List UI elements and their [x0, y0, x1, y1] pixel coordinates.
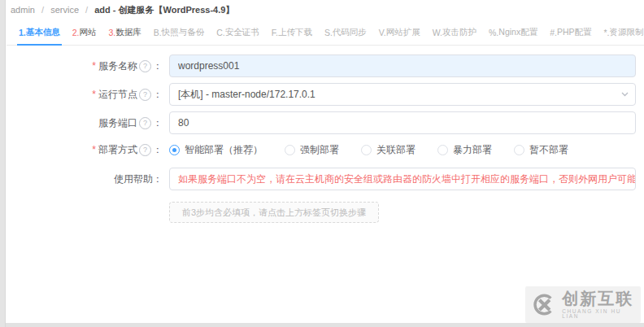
radio-no-deploy[interactable]: 暂不部署 — [514, 143, 568, 157]
form-row-run-node: * 运行节点 ? ： [本机] - master-node/172.17.0.1 — [7, 83, 636, 106]
step-tabbar: 1.基本信息 2.网站 3.数据库 B.快照与备份 C.安全证书 F.上传下载 … — [7, 20, 644, 46]
tab-label: 安全证书 — [225, 27, 259, 38]
service-port-label: 服务端口 ? ： — [7, 116, 169, 130]
tab-number: V. — [379, 28, 386, 37]
radio-label: 暂不部署 — [529, 143, 568, 157]
help-icon[interactable]: ? — [139, 144, 151, 156]
radio-label: 强制部署 — [300, 143, 339, 157]
tab-label: 攻击防护 — [442, 27, 476, 38]
left-gutter — [0, 0, 6, 327]
tab-number: #. — [550, 28, 557, 37]
required-mark: * — [92, 60, 96, 72]
usage-help-box: 如果服务端口不为空，请在云主机商的安全组或路由器的防火墙中打开相应的服务端口，否… — [169, 168, 636, 190]
tab-label: Nginx配置 — [498, 27, 537, 38]
service-port-input[interactable] — [169, 111, 636, 134]
tab-number: F. — [272, 28, 278, 37]
tab-number: 2. — [72, 28, 80, 37]
tab-basic-info[interactable]: 1.基本信息 — [17, 20, 62, 45]
radio-label: 关联部署 — [376, 143, 416, 157]
radio-label: 暴力部署 — [453, 143, 492, 157]
tab-number: *. — [604, 28, 610, 37]
form-row-service-name: * 服务名称 ? ： — [7, 54, 636, 77]
radio-dot-icon — [169, 145, 180, 155]
radio-dot-icon — [514, 145, 524, 155]
tab-site-extension[interactable]: V.网站扩展 — [377, 20, 422, 45]
tab-label: 资源限制 — [610, 27, 644, 38]
breadcrumb-separator: / — [85, 5, 88, 15]
form-row-step-button: 前3步均含必填项，请点击上方标签页切换步骤 — [7, 202, 636, 223]
tab-number: C. — [216, 28, 225, 37]
tab-php-config[interactable]: #.PHP配置 — [548, 20, 593, 45]
radio-linked-deploy[interactable]: 关联部署 — [361, 143, 416, 157]
usage-help-label: 使用帮助 ： — [7, 172, 169, 186]
help-icon[interactable]: ? — [139, 89, 151, 101]
service-name-label: * 服务名称 ? ： — [7, 59, 169, 73]
horizontal-scrollbar[interactable] — [6, 323, 644, 327]
tab-label: 快照与备份 — [162, 27, 205, 38]
breadcrumb: admin / service / add - 创建服务【WordPress-4… — [7, 0, 644, 20]
deploy-mode-radio-group: 智能部署（推荐） 强制部署 关联部署 暴力部署 暂不部署 — [169, 142, 636, 158]
brand-name-pinyin: CHUANG XIN HU LIAN — [562, 309, 634, 320]
tab-database[interactable]: 3.数据库 — [107, 20, 143, 45]
radio-dot-icon — [361, 145, 372, 155]
deploy-mode-label: * 部署方式 ? ： — [7, 143, 169, 157]
tab-ssl-cert[interactable]: C.安全证书 — [215, 20, 261, 45]
tab-label: 代码同步 — [333, 27, 367, 38]
help-icon[interactable]: ? — [139, 60, 151, 72]
form-row-deploy-mode: * 部署方式 ? ： 智能部署（推荐） 强制部署 关联部署 — [7, 142, 636, 158]
main-panel: 1.基本信息 2.网站 3.数据库 B.快照与备份 C.安全证书 F.上传下载 … — [7, 20, 644, 323]
radio-dot-icon — [285, 145, 295, 155]
tab-number: 3. — [109, 28, 116, 37]
radio-force-deploy[interactable]: 强制部署 — [285, 143, 339, 157]
tab-number: B. — [154, 28, 162, 37]
tab-label: PHP配置 — [557, 27, 592, 38]
required-mark: * — [92, 89, 96, 100]
brand-name: 创新互联 — [562, 290, 634, 307]
form-row-usage-help: 使用帮助 ： 如果服务端口不为空，请在云主机商的安全组或路由器的防火墙中打开相应… — [7, 168, 636, 190]
breadcrumb-item-admin[interactable]: admin — [11, 5, 35, 15]
step-switch-button[interactable]: 前3步均含必填项，请点击上方标签页切换步骤 — [169, 202, 379, 223]
tab-upload-download[interactable]: F.上传下载 — [270, 20, 314, 45]
tab-number: W. — [433, 28, 442, 37]
basic-info-form: * 服务名称 ? ： * 运行节点 ? ： [本机] - master-node… — [7, 46, 644, 223]
radio-smart-deploy[interactable]: 智能部署（推荐） — [169, 143, 263, 157]
chevron-down-icon — [621, 92, 629, 97]
breadcrumb-current-page: add - 创建服务【WordPress-4.9】 — [94, 5, 234, 15]
tab-label: 网站扩展 — [386, 27, 420, 38]
radio-dot-icon — [437, 145, 448, 155]
required-mark: * — [92, 144, 96, 155]
tab-label: 上传下载 — [278, 27, 312, 38]
tab-website[interactable]: 2.网站 — [71, 20, 98, 45]
form-row-service-port: 服务端口 ? ： — [7, 111, 636, 134]
service-name-input[interactable] — [169, 54, 636, 77]
run-node-label: * 运行节点 ? ： — [7, 88, 169, 102]
tab-label: 数据库 — [115, 27, 141, 38]
tab-snapshot-backup[interactable]: B.快照与备份 — [152, 20, 206, 45]
tab-label: 基本信息 — [26, 27, 60, 38]
tab-number: 1. — [19, 28, 26, 37]
breadcrumb-separator: / — [41, 5, 44, 15]
tab-code-sync[interactable]: S.代码同步 — [323, 20, 368, 45]
tab-number: S. — [324, 28, 333, 37]
tab-nginx-config[interactable]: %.Nginx配置 — [487, 20, 539, 45]
breadcrumb-item-service[interactable]: service — [50, 5, 79, 15]
tab-label: 网站 — [80, 27, 97, 38]
brand-watermark: 创新互联 CHUANG XIN HU LIAN — [525, 286, 641, 323]
radio-label: 智能部署（推荐） — [185, 143, 263, 157]
radio-brute-deploy[interactable]: 暴力部署 — [437, 143, 492, 157]
help-icon[interactable]: ? — [139, 117, 151, 129]
run-node-select[interactable]: [本机] - master-node/172.17.0.1 — [169, 83, 636, 106]
brand-logo-icon — [532, 291, 556, 318]
tab-attack-protection[interactable]: W.攻击防护 — [431, 20, 478, 45]
tab-number: %. — [489, 28, 498, 37]
tab-resource-limit[interactable]: *.资源限制 — [603, 20, 644, 45]
